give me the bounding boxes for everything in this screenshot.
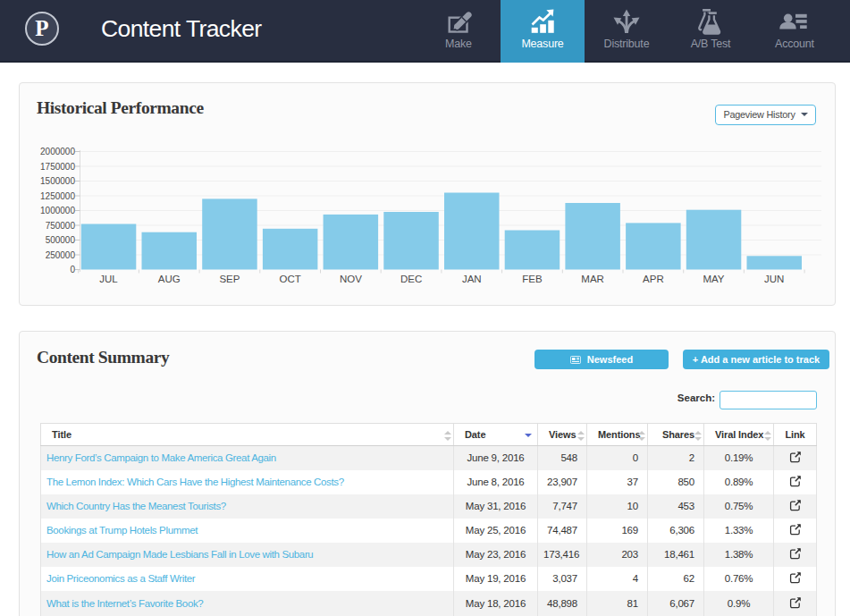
svg-text:APR: APR (643, 274, 664, 284)
svg-text:MAR: MAR (581, 274, 604, 284)
svg-text:500000: 500000 (46, 235, 76, 245)
svg-text:1750000: 1750000 (40, 162, 75, 172)
svg-text:AUG: AUG (158, 274, 181, 284)
svg-text:OCT: OCT (280, 274, 301, 284)
svg-text:DEC: DEC (400, 274, 422, 284)
svg-text:0: 0 (70, 265, 75, 274)
svg-text:FEB: FEB (522, 274, 543, 284)
svg-text:JAN: JAN (462, 274, 482, 284)
svg-text:JUL: JUL (99, 274, 118, 284)
svg-text:250000: 250000 (46, 250, 76, 260)
svg-text:NOV: NOV (340, 274, 362, 284)
svg-text:1250000: 1250000 (40, 191, 75, 201)
svg-text:MAY: MAY (703, 274, 724, 284)
svg-text:1000000: 1000000 (40, 206, 75, 215)
svg-text:SEP: SEP (219, 274, 240, 284)
svg-text:2000000: 2000000 (40, 147, 75, 156)
svg-text:750000: 750000 (46, 221, 76, 231)
svg-text:JUN: JUN (764, 274, 784, 284)
svg-text:1500000: 1500000 (40, 176, 75, 186)
